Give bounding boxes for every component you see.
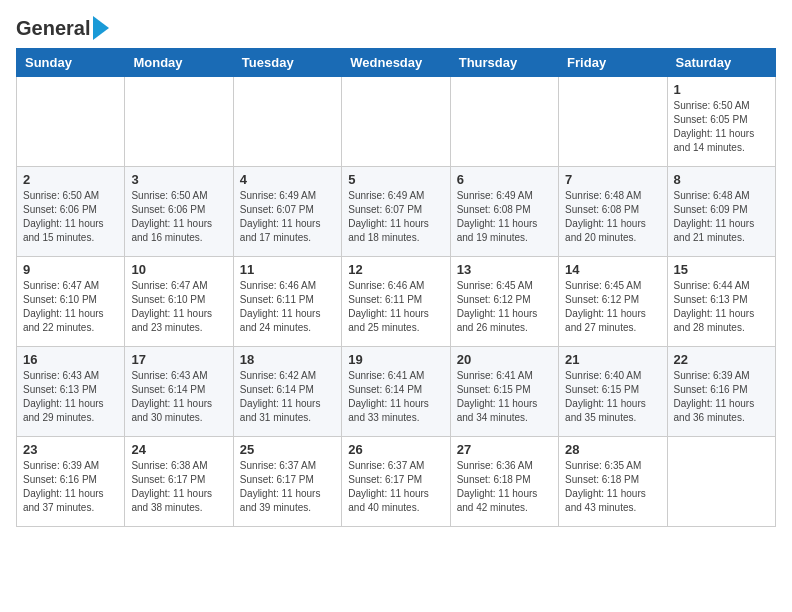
day-info: Sunrise: 6:35 AM Sunset: 6:18 PM Dayligh… <box>565 459 660 515</box>
calendar-day-6: 6Sunrise: 6:49 AM Sunset: 6:08 PM Daylig… <box>450 167 558 257</box>
day-number: 20 <box>457 352 552 367</box>
day-number: 19 <box>348 352 443 367</box>
calendar-day-17: 17Sunrise: 6:43 AM Sunset: 6:14 PM Dayli… <box>125 347 233 437</box>
calendar-day-7: 7Sunrise: 6:48 AM Sunset: 6:08 PM Daylig… <box>559 167 667 257</box>
day-info: Sunrise: 6:36 AM Sunset: 6:18 PM Dayligh… <box>457 459 552 515</box>
calendar-day-21: 21Sunrise: 6:40 AM Sunset: 6:15 PM Dayli… <box>559 347 667 437</box>
day-number: 21 <box>565 352 660 367</box>
day-number: 7 <box>565 172 660 187</box>
column-header-wednesday: Wednesday <box>342 49 450 77</box>
calendar-day-14: 14Sunrise: 6:45 AM Sunset: 6:12 PM Dayli… <box>559 257 667 347</box>
day-info: Sunrise: 6:40 AM Sunset: 6:15 PM Dayligh… <box>565 369 660 425</box>
day-number: 15 <box>674 262 769 277</box>
calendar-week-row: 1Sunrise: 6:50 AM Sunset: 6:05 PM Daylig… <box>17 77 776 167</box>
day-info: Sunrise: 6:49 AM Sunset: 6:07 PM Dayligh… <box>348 189 443 245</box>
day-info: Sunrise: 6:49 AM Sunset: 6:08 PM Dayligh… <box>457 189 552 245</box>
calendar-day-12: 12Sunrise: 6:46 AM Sunset: 6:11 PM Dayli… <box>342 257 450 347</box>
calendar-day-11: 11Sunrise: 6:46 AM Sunset: 6:11 PM Dayli… <box>233 257 341 347</box>
day-info: Sunrise: 6:38 AM Sunset: 6:17 PM Dayligh… <box>131 459 226 515</box>
day-info: Sunrise: 6:39 AM Sunset: 6:16 PM Dayligh… <box>674 369 769 425</box>
day-info: Sunrise: 6:41 AM Sunset: 6:14 PM Dayligh… <box>348 369 443 425</box>
day-number: 18 <box>240 352 335 367</box>
calendar-day-24: 24Sunrise: 6:38 AM Sunset: 6:17 PM Dayli… <box>125 437 233 527</box>
calendar-day-27: 27Sunrise: 6:36 AM Sunset: 6:18 PM Dayli… <box>450 437 558 527</box>
day-number: 6 <box>457 172 552 187</box>
calendar-day-3: 3Sunrise: 6:50 AM Sunset: 6:06 PM Daylig… <box>125 167 233 257</box>
day-number: 25 <box>240 442 335 457</box>
day-number: 27 <box>457 442 552 457</box>
calendar-day-19: 19Sunrise: 6:41 AM Sunset: 6:14 PM Dayli… <box>342 347 450 437</box>
day-info: Sunrise: 6:45 AM Sunset: 6:12 PM Dayligh… <box>565 279 660 335</box>
column-header-monday: Monday <box>125 49 233 77</box>
calendar-empty-cell <box>125 77 233 167</box>
calendar-day-8: 8Sunrise: 6:48 AM Sunset: 6:09 PM Daylig… <box>667 167 775 257</box>
day-number: 1 <box>674 82 769 97</box>
calendar-day-2: 2Sunrise: 6:50 AM Sunset: 6:06 PM Daylig… <box>17 167 125 257</box>
day-info: Sunrise: 6:48 AM Sunset: 6:09 PM Dayligh… <box>674 189 769 245</box>
calendar-day-1: 1Sunrise: 6:50 AM Sunset: 6:05 PM Daylig… <box>667 77 775 167</box>
calendar-day-25: 25Sunrise: 6:37 AM Sunset: 6:17 PM Dayli… <box>233 437 341 527</box>
day-info: Sunrise: 6:37 AM Sunset: 6:17 PM Dayligh… <box>348 459 443 515</box>
calendar-week-row: 16Sunrise: 6:43 AM Sunset: 6:13 PM Dayli… <box>17 347 776 437</box>
day-info: Sunrise: 6:43 AM Sunset: 6:13 PM Dayligh… <box>23 369 118 425</box>
day-info: Sunrise: 6:42 AM Sunset: 6:14 PM Dayligh… <box>240 369 335 425</box>
calendar-day-5: 5Sunrise: 6:49 AM Sunset: 6:07 PM Daylig… <box>342 167 450 257</box>
calendar-week-row: 2Sunrise: 6:50 AM Sunset: 6:06 PM Daylig… <box>17 167 776 257</box>
day-info: Sunrise: 6:41 AM Sunset: 6:15 PM Dayligh… <box>457 369 552 425</box>
day-number: 10 <box>131 262 226 277</box>
calendar-day-4: 4Sunrise: 6:49 AM Sunset: 6:07 PM Daylig… <box>233 167 341 257</box>
column-header-saturday: Saturday <box>667 49 775 77</box>
day-info: Sunrise: 6:50 AM Sunset: 6:06 PM Dayligh… <box>23 189 118 245</box>
calendar-empty-cell <box>559 77 667 167</box>
calendar-day-15: 15Sunrise: 6:44 AM Sunset: 6:13 PM Dayli… <box>667 257 775 347</box>
day-number: 14 <box>565 262 660 277</box>
day-number: 9 <box>23 262 118 277</box>
calendar-empty-cell <box>233 77 341 167</box>
day-number: 3 <box>131 172 226 187</box>
logo-arrow-icon <box>93 16 109 40</box>
calendar-week-row: 23Sunrise: 6:39 AM Sunset: 6:16 PM Dayli… <box>17 437 776 527</box>
day-info: Sunrise: 6:46 AM Sunset: 6:11 PM Dayligh… <box>240 279 335 335</box>
calendar-day-22: 22Sunrise: 6:39 AM Sunset: 6:16 PM Dayli… <box>667 347 775 437</box>
day-info: Sunrise: 6:44 AM Sunset: 6:13 PM Dayligh… <box>674 279 769 335</box>
day-info: Sunrise: 6:39 AM Sunset: 6:16 PM Dayligh… <box>23 459 118 515</box>
calendar-empty-cell <box>450 77 558 167</box>
calendar-empty-cell <box>667 437 775 527</box>
day-info: Sunrise: 6:48 AM Sunset: 6:08 PM Dayligh… <box>565 189 660 245</box>
day-number: 28 <box>565 442 660 457</box>
calendar-table: SundayMondayTuesdayWednesdayThursdayFrid… <box>16 48 776 527</box>
column-header-thursday: Thursday <box>450 49 558 77</box>
logo-general: General <box>16 17 90 40</box>
day-number: 16 <box>23 352 118 367</box>
day-info: Sunrise: 6:47 AM Sunset: 6:10 PM Dayligh… <box>131 279 226 335</box>
day-info: Sunrise: 6:45 AM Sunset: 6:12 PM Dayligh… <box>457 279 552 335</box>
page-header: General <box>16 16 776 36</box>
day-info: Sunrise: 6:49 AM Sunset: 6:07 PM Dayligh… <box>240 189 335 245</box>
calendar-day-20: 20Sunrise: 6:41 AM Sunset: 6:15 PM Dayli… <box>450 347 558 437</box>
day-info: Sunrise: 6:50 AM Sunset: 6:05 PM Dayligh… <box>674 99 769 155</box>
column-header-sunday: Sunday <box>17 49 125 77</box>
day-info: Sunrise: 6:50 AM Sunset: 6:06 PM Dayligh… <box>131 189 226 245</box>
day-number: 2 <box>23 172 118 187</box>
day-number: 26 <box>348 442 443 457</box>
day-number: 24 <box>131 442 226 457</box>
day-info: Sunrise: 6:37 AM Sunset: 6:17 PM Dayligh… <box>240 459 335 515</box>
day-number: 4 <box>240 172 335 187</box>
calendar-day-28: 28Sunrise: 6:35 AM Sunset: 6:18 PM Dayli… <box>559 437 667 527</box>
calendar-week-row: 9Sunrise: 6:47 AM Sunset: 6:10 PM Daylig… <box>17 257 776 347</box>
calendar-header-row: SundayMondayTuesdayWednesdayThursdayFrid… <box>17 49 776 77</box>
calendar-day-16: 16Sunrise: 6:43 AM Sunset: 6:13 PM Dayli… <box>17 347 125 437</box>
day-number: 8 <box>674 172 769 187</box>
day-number: 12 <box>348 262 443 277</box>
day-number: 5 <box>348 172 443 187</box>
calendar-day-10: 10Sunrise: 6:47 AM Sunset: 6:10 PM Dayli… <box>125 257 233 347</box>
calendar-day-9: 9Sunrise: 6:47 AM Sunset: 6:10 PM Daylig… <box>17 257 125 347</box>
day-info: Sunrise: 6:47 AM Sunset: 6:10 PM Dayligh… <box>23 279 118 335</box>
calendar-day-23: 23Sunrise: 6:39 AM Sunset: 6:16 PM Dayli… <box>17 437 125 527</box>
calendar-empty-cell <box>342 77 450 167</box>
calendar-day-18: 18Sunrise: 6:42 AM Sunset: 6:14 PM Dayli… <box>233 347 341 437</box>
calendar-day-26: 26Sunrise: 6:37 AM Sunset: 6:17 PM Dayli… <box>342 437 450 527</box>
logo: General <box>16 16 109 36</box>
day-number: 13 <box>457 262 552 277</box>
column-header-friday: Friday <box>559 49 667 77</box>
